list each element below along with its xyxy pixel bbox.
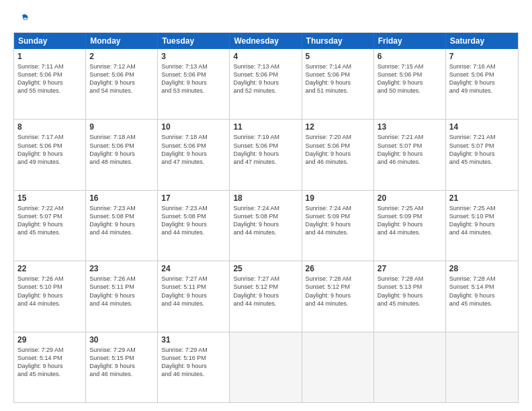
day-number: 13 [378,122,442,132]
table-row: 7Sunrise: 7:16 AMSunset: 5:06 PMDaylight… [446,49,518,119]
table-row: 12Sunrise: 7:20 AMSunset: 5:06 PMDayligh… [302,120,374,189]
table-row: 9Sunrise: 7:18 AMSunset: 5:06 PMDaylight… [86,120,158,189]
table-row: 29Sunrise: 7:29 AMSunset: 5:14 PMDayligh… [14,332,86,402]
day-number: 30 [89,335,154,345]
calendar-body: 1Sunrise: 7:11 AMSunset: 5:06 PMDaylight… [14,49,518,402]
cell-text: Sunrise: 7:21 AMSunset: 5:07 PMDaylight:… [378,133,442,166]
day-number: 29 [17,335,82,345]
cell-text: Sunrise: 7:12 AMSunset: 5:06 PMDaylight:… [89,62,154,95]
logo [13,12,30,27]
table-row: 18Sunrise: 7:24 AMSunset: 5:08 PMDayligh… [230,191,302,261]
table-row: 1Sunrise: 7:11 AMSunset: 5:06 PMDaylight… [14,49,86,119]
table-row [374,332,446,402]
table-row: 10Sunrise: 7:18 AMSunset: 5:06 PMDayligh… [158,120,230,189]
day-number: 20 [378,193,442,203]
header-friday: Friday [374,33,446,49]
cell-text: Sunrise: 7:14 AMSunset: 5:06 PMDaylight:… [306,62,370,95]
table-row: 17Sunrise: 7:23 AMSunset: 5:08 PMDayligh… [158,191,230,261]
week-row-1: 1Sunrise: 7:11 AMSunset: 5:06 PMDaylight… [14,49,518,120]
cell-text: Sunrise: 7:29 AMSunset: 5:14 PMDaylight:… [17,346,82,379]
table-row: 22Sunrise: 7:26 AMSunset: 5:10 PMDayligh… [14,261,86,331]
calendar: Sunday Monday Tuesday Wednesday Thursday… [13,32,519,403]
cell-text: Sunrise: 7:13 AMSunset: 5:06 PMDaylight:… [233,62,298,95]
day-number: 14 [449,122,515,132]
table-row [446,332,518,402]
header-thursday: Thursday [302,33,374,49]
day-number: 10 [161,122,226,132]
day-number: 1 [17,52,82,61]
cell-text: Sunrise: 7:23 AMSunset: 5:08 PMDaylight:… [89,204,154,237]
table-row: 28Sunrise: 7:28 AMSunset: 5:14 PMDayligh… [446,261,518,331]
table-row: 23Sunrise: 7:26 AMSunset: 5:11 PMDayligh… [86,261,158,331]
cell-text: Sunrise: 7:24 AMSunset: 5:09 PMDaylight:… [306,204,370,237]
cell-text: Sunrise: 7:22 AMSunset: 5:07 PMDaylight:… [17,204,82,237]
table-row: 14Sunrise: 7:21 AMSunset: 5:07 PMDayligh… [446,120,518,189]
day-number: 26 [306,264,370,273]
day-number: 24 [161,264,226,273]
table-row: 20Sunrise: 7:25 AMSunset: 5:09 PMDayligh… [374,191,446,261]
header-wednesday: Wednesday [230,33,302,49]
day-number: 17 [161,193,226,203]
page: Sunday Monday Tuesday Wednesday Thursday… [0,0,532,411]
cell-text: Sunrise: 7:28 AMSunset: 5:13 PMDaylight:… [378,275,442,308]
day-number: 2 [89,52,154,61]
header-tuesday: Tuesday [158,33,230,49]
header [13,12,519,27]
day-number: 9 [89,122,154,132]
cell-text: Sunrise: 7:28 AMSunset: 5:14 PMDaylight:… [449,275,515,308]
header-saturday: Saturday [446,33,518,49]
day-number: 11 [233,122,298,132]
cell-text: Sunrise: 7:27 AMSunset: 5:12 PMDaylight:… [233,275,298,308]
day-number: 4 [233,52,298,61]
day-number: 8 [17,122,82,132]
table-row: 27Sunrise: 7:28 AMSunset: 5:13 PMDayligh… [374,261,446,331]
cell-text: Sunrise: 7:29 AMSunset: 5:16 PMDaylight:… [161,346,226,379]
table-row [302,332,374,402]
week-row-4: 22Sunrise: 7:26 AMSunset: 5:10 PMDayligh… [14,261,518,332]
day-number: 12 [306,122,370,132]
day-number: 31 [161,335,226,345]
cell-text: Sunrise: 7:20 AMSunset: 5:06 PMDaylight:… [306,133,370,166]
day-number: 18 [233,193,298,203]
week-row-3: 15Sunrise: 7:22 AMSunset: 5:07 PMDayligh… [14,191,518,261]
table-row: 16Sunrise: 7:23 AMSunset: 5:08 PMDayligh… [86,191,158,261]
cell-text: Sunrise: 7:21 AMSunset: 5:07 PMDaylight:… [449,133,515,166]
cell-text: Sunrise: 7:18 AMSunset: 5:06 PMDaylight:… [161,133,226,166]
table-row: 6Sunrise: 7:15 AMSunset: 5:06 PMDaylight… [374,49,446,119]
cell-text: Sunrise: 7:25 AMSunset: 5:09 PMDaylight:… [378,204,442,237]
cell-text: Sunrise: 7:11 AMSunset: 5:06 PMDaylight:… [17,62,82,95]
day-number: 16 [89,193,154,203]
day-number: 21 [449,193,515,203]
day-number: 7 [449,52,515,61]
table-row: 21Sunrise: 7:25 AMSunset: 5:10 PMDayligh… [446,191,518,261]
logo-bird-icon [15,12,30,27]
day-number: 5 [306,52,370,61]
cell-text: Sunrise: 7:24 AMSunset: 5:08 PMDaylight:… [233,204,298,237]
table-row: 25Sunrise: 7:27 AMSunset: 5:12 PMDayligh… [230,261,302,331]
table-row: 5Sunrise: 7:14 AMSunset: 5:06 PMDaylight… [302,49,374,119]
day-number: 25 [233,264,298,273]
cell-text: Sunrise: 7:28 AMSunset: 5:12 PMDaylight:… [306,275,370,308]
cell-text: Sunrise: 7:27 AMSunset: 5:11 PMDaylight:… [161,275,226,308]
cell-text: Sunrise: 7:16 AMSunset: 5:06 PMDaylight:… [449,62,515,95]
table-row: 19Sunrise: 7:24 AMSunset: 5:09 PMDayligh… [302,191,374,261]
cell-text: Sunrise: 7:26 AMSunset: 5:10 PMDaylight:… [17,275,82,308]
table-row: 31Sunrise: 7:29 AMSunset: 5:16 PMDayligh… [158,332,230,402]
header-sunday: Sunday [14,33,86,49]
cell-text: Sunrise: 7:15 AMSunset: 5:06 PMDaylight:… [378,62,442,95]
day-number: 22 [17,264,82,273]
calendar-header: Sunday Monday Tuesday Wednesday Thursday… [14,33,518,49]
table-row: 26Sunrise: 7:28 AMSunset: 5:12 PMDayligh… [302,261,374,331]
header-monday: Monday [86,33,158,49]
table-row: 4Sunrise: 7:13 AMSunset: 5:06 PMDaylight… [230,49,302,119]
cell-text: Sunrise: 7:25 AMSunset: 5:10 PMDaylight:… [449,204,515,237]
table-row: 11Sunrise: 7:19 AMSunset: 5:06 PMDayligh… [230,120,302,189]
day-number: 3 [161,52,226,61]
table-row: 13Sunrise: 7:21 AMSunset: 5:07 PMDayligh… [374,120,446,189]
cell-text: Sunrise: 7:17 AMSunset: 5:06 PMDaylight:… [17,133,82,166]
cell-text: Sunrise: 7:13 AMSunset: 5:06 PMDaylight:… [161,62,226,95]
cell-text: Sunrise: 7:19 AMSunset: 5:06 PMDaylight:… [233,133,298,166]
table-row: 2Sunrise: 7:12 AMSunset: 5:06 PMDaylight… [86,49,158,119]
table-row [230,332,302,402]
cell-text: Sunrise: 7:26 AMSunset: 5:11 PMDaylight:… [89,275,154,308]
